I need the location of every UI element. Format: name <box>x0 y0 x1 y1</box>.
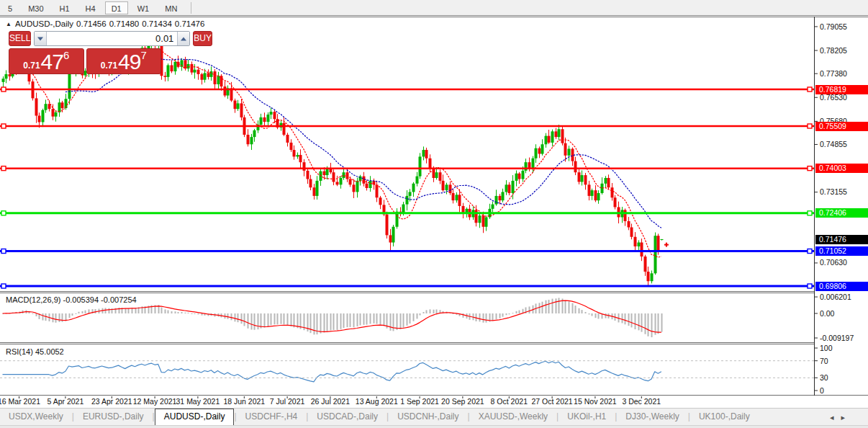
line-handle[interactable] <box>808 249 812 254</box>
lot-decrease-button[interactable] <box>35 32 47 45</box>
timeframe-toolbar: 5M30H1H4D1W1MN <box>0 0 868 16</box>
macd-tick: -0.009197 <box>820 334 854 342</box>
status-strip <box>0 425 868 428</box>
line-handle[interactable] <box>1 124 6 128</box>
buy-button[interactable]: BUY <box>193 31 212 46</box>
date-label: 26 Jul 2021 <box>305 397 356 406</box>
buy-price-prefix: 0.71 <box>101 58 117 73</box>
line-handle[interactable] <box>1 211 6 215</box>
chart-symbol-period: AUDUSD-,Daily <box>15 19 73 28</box>
line-handle[interactable] <box>808 284 812 288</box>
price-tick: 0.73155 <box>820 187 847 197</box>
ohlc-close: 0.71476 <box>175 19 205 28</box>
date-label: 3 Dec 2021 <box>616 397 666 406</box>
line-handle[interactable] <box>1 166 6 171</box>
price-line-label: 0.72406 <box>815 208 868 218</box>
rsi-layer <box>3 361 661 382</box>
macd-signal-value: -0.007254 <box>101 295 137 304</box>
date-label: 31 May 2021 <box>173 397 223 406</box>
tab-usdchf-h4[interactable]: USDCHF-,H4 <box>237 409 307 425</box>
sell-price-prefix: 0.71 <box>23 58 40 73</box>
rsi-tick: 30 <box>820 373 828 382</box>
macd-label: MACD(12,26,9) -0.005394 -0.007254 <box>6 295 137 304</box>
price-tick: 0.76530 <box>820 93 847 102</box>
line-handle[interactable] <box>1 249 6 254</box>
rsi-label: RSI(14) 45.0052 <box>6 347 64 356</box>
rsi-tick: 0 <box>820 386 824 395</box>
tab-uk100-daily[interactable]: UK100-,Daily <box>690 409 759 425</box>
buy-quote-button[interactable]: 0.71497 <box>86 48 162 74</box>
toolbar-separator <box>191 2 191 14</box>
horizontal-lines <box>0 87 814 288</box>
tab-xauusd-weekly[interactable]: XAUUSD-,Weekly <box>470 409 556 425</box>
sell-price-pip: 6 <box>63 50 69 61</box>
price-tick: 0.78205 <box>820 46 847 55</box>
timeframe-button-H4[interactable]: H4 <box>79 1 102 14</box>
tab-usdcad-daily[interactable]: USDCAD-,Daily <box>308 409 386 425</box>
macd-main-value: -0.005394 <box>63 295 99 304</box>
chart-tab-bar: USDX,Weekly|EURUSD-,Daily|AUDUSD-,Daily|… <box>0 408 868 425</box>
rsi-value: 45.0052 <box>35 347 64 356</box>
macd-tick: 0.00 <box>820 309 834 318</box>
tab-ukoil-h1[interactable]: UKOil-,H1 <box>559 409 615 425</box>
timeframe-button-MN[interactable]: MN <box>158 1 184 14</box>
one-click-trading-panel: SELL BUY 0.71476 0.71497 <box>9 31 161 74</box>
sell-price-big: 47 <box>41 51 63 73</box>
price-line-label: 0.75509 <box>815 122 868 131</box>
line-handle[interactable] <box>808 87 812 92</box>
ohlc-low: 0.71434 <box>142 19 172 28</box>
chevron-up-icon <box>181 37 186 40</box>
rsi-tick: 70 <box>820 357 828 365</box>
tab-scroll-left-button[interactable]: ◂ <box>830 413 834 422</box>
tab-dj30-weekly[interactable]: DJ30-,Weekly <box>617 409 687 425</box>
timeframe-button-5[interactable]: 5 <box>1 1 19 14</box>
mt4-window: 5M30H1H4D1W1MN ▲AUDUSD-,Daily0.714560.71… <box>0 0 868 428</box>
date-label: 5 Apr 2021 <box>40 397 91 406</box>
collapse-arrow-icon[interactable]: ▲ <box>6 21 12 27</box>
price-line-label: 0.76819 <box>815 85 868 94</box>
ohlc-high: 0.71480 <box>109 19 140 28</box>
sell-button[interactable]: SELL <box>9 31 31 46</box>
timeframe-button-W1[interactable]: W1 <box>131 1 156 14</box>
tab-usdcnh-daily[interactable]: USDCNH-,Daily <box>389 409 467 425</box>
tab-usdx-weekly[interactable]: USDX,Weekly <box>0 409 72 425</box>
candles-layer <box>2 37 669 285</box>
lot-increase-button[interactable] <box>177 32 189 45</box>
timeframe-button-M30[interactable]: M30 <box>22 1 50 14</box>
line-handle[interactable] <box>1 87 6 92</box>
price-line-label: 0.69806 <box>815 282 868 291</box>
price-tick: 0.74855 <box>820 140 847 149</box>
line-handle[interactable] <box>808 211 812 215</box>
price-line-label: 0.71052 <box>815 246 868 256</box>
lot-size-stepper <box>34 31 190 46</box>
price-tick: 0.77380 <box>820 69 847 79</box>
buy-price-pip: 7 <box>140 50 146 61</box>
line-handle[interactable] <box>1 284 6 288</box>
current-price-label: 0.71476 <box>815 235 868 244</box>
date-label: 16 Mar 2021 <box>0 397 45 406</box>
chevron-down-icon <box>37 37 43 40</box>
tab-scroll-right-button[interactable]: ▸ <box>841 413 845 422</box>
ohlc-open: 0.71456 <box>76 19 107 28</box>
date-label: 20 Sep 2021 <box>438 397 488 406</box>
date-label: 15 Nov 2021 <box>570 397 620 406</box>
timeframe-button-D1[interactable]: D1 <box>105 1 128 14</box>
line-handle[interactable] <box>808 166 812 171</box>
buy-price-big: 49 <box>118 51 140 73</box>
rsi-tick: 100 <box>820 344 833 352</box>
price-tick: 0.79055 <box>820 22 847 32</box>
price-tick: 0.70630 <box>820 258 847 267</box>
chart-title: ▲AUDUSD-,Daily0.714560.714800.714340.714… <box>6 19 204 28</box>
macd-tick: 0.006201 <box>820 293 851 301</box>
tab-eurusd-daily[interactable]: EURUSD-,Daily <box>74 409 153 425</box>
lot-size-input[interactable] <box>47 32 177 45</box>
sell-quote-button[interactable]: 0.71476 <box>9 48 84 74</box>
timeframe-button-H1[interactable]: H1 <box>53 1 76 14</box>
price-line-label: 0.74003 <box>815 164 868 173</box>
tab-audusd-daily[interactable]: AUDUSD-,Daily <box>155 409 235 425</box>
line-handle[interactable] <box>808 124 812 128</box>
